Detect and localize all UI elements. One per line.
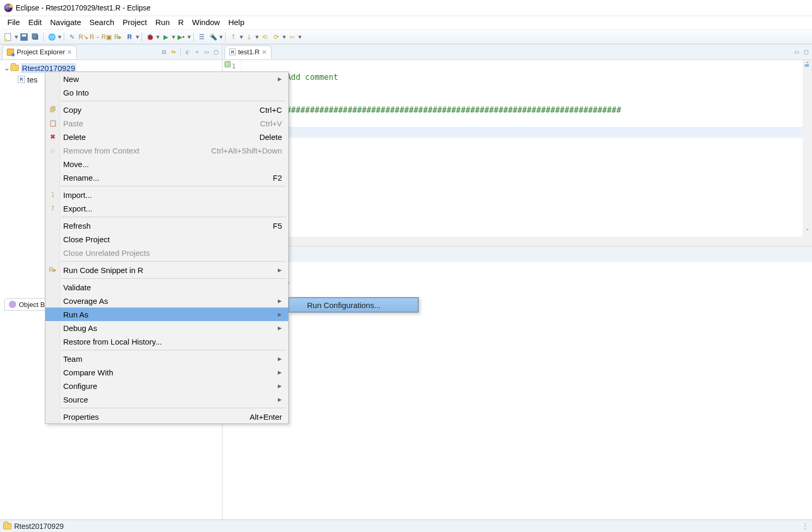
menu-navigate[interactable]: Navigate [46, 17, 85, 28]
ctx-debug-as[interactable]: Debug As▸ [45, 321, 288, 335]
submenu-run-configurations[interactable]: Run Configurations... [289, 298, 418, 312]
twisty-expanded-icon[interactable]: ⌄ [3, 63, 10, 73]
menu-search[interactable]: Search [85, 17, 119, 28]
ctx-run-as[interactable]: Run As▸ [45, 308, 288, 321]
ctx-configure[interactable]: Configure▸ [45, 379, 288, 393]
run-icon[interactable]: ▶ [161, 32, 170, 42]
ctx-restore-local[interactable]: Restore from Local History... [45, 335, 288, 348]
scroll-down-icon[interactable]: ˅ [803, 227, 811, 235]
back-icon[interactable]: ⟲ [260, 32, 269, 42]
project-explorer-tabbar: Project Explorer ✕ ⊟ ⇆ ◐ ▿ ▭ ▢ [0, 44, 222, 60]
menu-window[interactable]: Window [188, 17, 224, 28]
ctx-move[interactable]: Move... [45, 157, 288, 171]
import-icon: ⤵ [49, 191, 57, 199]
chevron-right-icon: ▸ [278, 395, 282, 404]
run-as-submenu: Run Configurations... [288, 297, 419, 313]
ctx-delete[interactable]: ✖DeleteDelete [45, 130, 288, 144]
close-icon[interactable]: ✕ [67, 49, 72, 56]
search-icon[interactable]: 🔦 [208, 32, 218, 42]
dropdown-icon[interactable]: ▾ [282, 32, 286, 42]
editor-tabbar-controls: ▭ ▢ [792, 48, 812, 56]
ctx-compare-with[interactable]: Compare With▸ [45, 365, 288, 379]
dropdown-icon[interactable]: ▾ [135, 32, 139, 42]
menu-run[interactable]: Run [151, 17, 174, 28]
dropdown-icon[interactable]: ▾ [298, 32, 302, 42]
main-toolbar: ▾ 🌐 ▾ ✎ R↘ R→ R▣ R▸ R ▾ 🐞 ▾ ▶ ▾ ▶● ▾ ☰ 🔦… [0, 30, 812, 44]
r-console-icon[interactable]: R [125, 32, 134, 42]
forward-icon[interactable]: ⟳ [272, 32, 281, 42]
project-explorer-icon [7, 49, 14, 56]
open-type-icon[interactable]: ☰ [197, 32, 206, 42]
scroll-up-icon[interactable]: ˄ [803, 60, 811, 68]
menu-separator [61, 408, 286, 408]
dropdown-icon[interactable]: ▾ [255, 32, 259, 42]
save-all-icon[interactable] [31, 32, 40, 42]
minimize-icon[interactable]: ▭ [792, 48, 801, 56]
ctx-close-project[interactable]: Close Project [45, 232, 288, 246]
ctx-export[interactable]: ⤴Export... [45, 202, 288, 215]
overview-ruler[interactable]: ˄ ˅ [803, 60, 812, 246]
run-snippet-icon: R▸ [49, 266, 57, 274]
dropdown-icon[interactable]: ▾ [187, 32, 191, 42]
toolbar-separator [142, 32, 142, 42]
run-func-icon[interactable]: R▸ [113, 32, 123, 42]
run-line-icon[interactable]: R→ [90, 32, 100, 42]
menu-file[interactable]: File [3, 17, 24, 28]
svg-rect-3 [22, 34, 26, 37]
debug-icon[interactable]: 🐞 [145, 32, 155, 42]
dropdown-icon[interactable]: ▾ [219, 32, 223, 42]
menu-project[interactable]: Project [119, 17, 151, 28]
status-bar: Rtest20170929 ⋮ [0, 519, 812, 532]
ctx-properties[interactable]: PropertiesAlt+Enter [45, 410, 288, 423]
ctx-refresh[interactable]: RefreshF5 [45, 219, 288, 232]
minimize-icon[interactable]: ▭ [202, 48, 210, 56]
ctx-copy[interactable]: 🗐CopyCtrl+C [45, 103, 288, 116]
chevron-right-icon: ▸ [278, 323, 282, 333]
run-selection-icon[interactable]: R↘ [79, 32, 88, 42]
ctx-import[interactable]: ⤵Import... [45, 188, 288, 202]
ctx-team[interactable]: Team▸ [45, 352, 288, 365]
ctx-run-snippet[interactable]: R▸Run Code Snippet in R▸ [45, 263, 288, 277]
next-annotation-icon[interactable]: ⤓ [244, 32, 254, 42]
new-icon[interactable] [4, 32, 13, 42]
horizontal-scrollbar[interactable]: › [222, 237, 812, 246]
coverage-icon[interactable]: ▶● [176, 32, 186, 42]
title-bar: Eclipse - Rtest20170929/test1.R - Eclips… [0, 0, 812, 16]
code-editor[interactable]: 1 # TODO: Add comment LJX ##############… [222, 60, 812, 246]
view-menu-icon[interactable]: ▿ [193, 48, 201, 56]
dropdown-icon[interactable]: ▾ [171, 32, 175, 42]
wand-icon[interactable]: ✎ [67, 32, 77, 42]
ctx-rename[interactable]: Rename...F2 [45, 171, 288, 184]
ctx-source[interactable]: Source▸ [45, 393, 288, 406]
dropdown-icon[interactable]: ▾ [239, 32, 243, 42]
ctx-go-into[interactable]: Go Into [45, 86, 288, 99]
run-file-icon[interactable]: R▣ [102, 32, 111, 42]
dropdown-icon[interactable]: ▾ [57, 32, 62, 42]
tab-project-explorer[interactable]: Project Explorer ✕ [2, 45, 77, 59]
ctx-remove-context: ⦸Remove from ContextCtrl+Alt+Shift+Down [45, 144, 288, 157]
maximize-icon[interactable]: ▢ [802, 48, 810, 56]
ctx-new[interactable]: New▸ [45, 72, 288, 86]
ctx-validate[interactable]: Validate [45, 280, 288, 294]
maximize-icon[interactable]: ▢ [211, 48, 220, 56]
link-editor-icon[interactable]: ⇆ [169, 48, 178, 56]
status-menu-icon[interactable]: ⋮ [802, 522, 809, 530]
close-icon[interactable]: ✕ [262, 49, 267, 56]
dropdown-icon[interactable]: ▾ [14, 32, 18, 42]
focus-task-icon[interactable]: ◐ [183, 48, 192, 56]
menu-edit[interactable]: Edit [24, 17, 46, 28]
menu-r[interactable]: R [174, 17, 188, 28]
code-content[interactable]: # TODO: Add comment LJX ################… [249, 61, 812, 138]
prev-annotation-icon[interactable]: ⤒ [229, 32, 238, 42]
globe-icon[interactable]: 🌐 [47, 32, 56, 42]
tab-editor-file[interactable]: R test1.R ✕ [225, 45, 272, 59]
tab-object-browser[interactable]: Object B [4, 298, 50, 311]
save-icon[interactable] [19, 32, 29, 42]
collapse-all-icon[interactable]: ⊟ [160, 48, 168, 56]
tab-project-explorer-label: Project Explorer [17, 48, 65, 56]
dropdown-icon[interactable]: ▾ [156, 32, 160, 42]
ctx-coverage-as[interactable]: Coverage As▸ [45, 294, 288, 308]
ctx-close-unrelated: Close Unrelated Projects [45, 246, 288, 259]
nav-back-icon[interactable]: ⇦ [287, 32, 297, 42]
menu-help[interactable]: Help [224, 17, 249, 28]
